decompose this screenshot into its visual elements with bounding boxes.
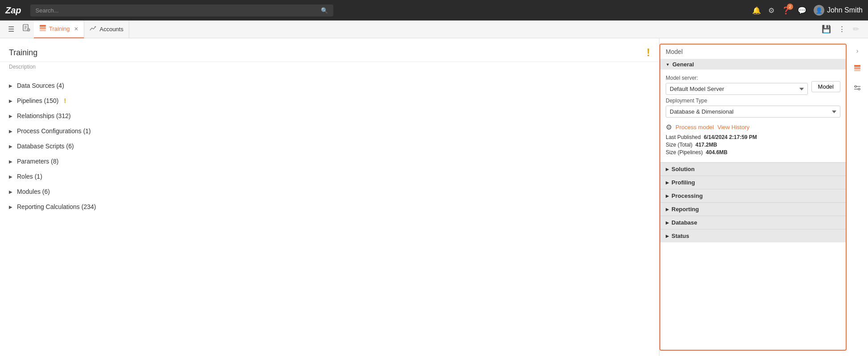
tree-item-process-configs[interactable]: ▶ Process Configurations (1)	[0, 123, 659, 139]
database-arrow: ▶	[666, 221, 669, 225]
user-menu[interactable]: 👤 John Smith	[814, 5, 863, 16]
tree-label-data-sources: Data Sources (4)	[17, 82, 64, 89]
reporting-section[interactable]: ▶ Reporting	[660, 202, 846, 216]
tree-arrow-pipelines: ▶	[9, 98, 13, 103]
svg-rect-9	[40, 29, 46, 31]
more-options-button[interactable]: ⋮	[836, 23, 848, 36]
tree-item-relationships[interactable]: ▶ Relationships (312)	[0, 108, 659, 123]
tree-arrow-modules: ▶	[9, 189, 13, 194]
new-file-icon[interactable]	[19, 24, 34, 34]
svg-rect-11	[854, 65, 860, 67]
deployment-type-label: Deployment Type	[666, 98, 840, 104]
profiling-section[interactable]: ▶ Profiling	[660, 176, 846, 189]
main-layout: Training ! Description ▶ Data Sources (4…	[0, 38, 868, 356]
profiling-label: Profiling	[671, 179, 695, 186]
tab-accounts-icon	[90, 25, 97, 33]
app-logo: Zap	[5, 5, 21, 16]
save-button[interactable]: 💾	[820, 23, 833, 36]
processing-section[interactable]: ▶ Processing	[660, 189, 846, 202]
filter-icon[interactable]	[851, 81, 864, 96]
search-input[interactable]	[36, 7, 317, 14]
svg-rect-13	[854, 70, 860, 71]
tree-item-roles[interactable]: ▶ Roles (1)	[0, 169, 659, 184]
process-model-gear-icon: ⚙	[666, 123, 672, 131]
model-server-label: Model server:	[666, 75, 808, 81]
layers-icon[interactable]	[851, 61, 864, 77]
svg-point-14	[855, 86, 856, 87]
tree-arrow-database-scripts: ▶	[9, 144, 13, 149]
process-model-row: ⚙ Process model View History	[666, 123, 840, 131]
svg-rect-7	[40, 25, 46, 27]
tree-item-modules[interactable]: ▶ Modules (6)	[0, 184, 659, 199]
navbar-icons: 🔔 ⚙ ❓ 2 💬 👤 John Smith	[752, 5, 863, 16]
tree-label-pipelines: Pipelines (150)	[17, 97, 58, 104]
settings-icon[interactable]: ⚙	[768, 6, 774, 15]
content-description: Description	[0, 62, 659, 74]
status-section[interactable]: ▶ Status	[660, 229, 846, 242]
search-icon: 🔍	[321, 7, 328, 14]
view-history-link[interactable]: View History	[717, 124, 749, 131]
help-icon[interactable]: ❓ 2	[782, 6, 790, 15]
user-name: John Smith	[827, 6, 863, 14]
hamburger-menu-icon[interactable]: ☰	[4, 25, 19, 33]
general-section-header[interactable]: ▼ General	[660, 59, 846, 70]
general-body: Model server: Default Model Server Model…	[660, 70, 846, 162]
tree-item-reporting-calculations[interactable]: ▶ Reporting Calculations (234)	[0, 199, 659, 214]
svg-rect-12	[854, 67, 860, 69]
tree-label-roles: Roles (1)	[17, 173, 42, 180]
size-pipelines-label: Size (Pipelines)	[666, 149, 703, 155]
tree-label-parameters: Parameters (8)	[17, 158, 58, 165]
reporting-label: Reporting	[671, 206, 699, 213]
deployment-type-select[interactable]: Database & Dimensional	[666, 106, 840, 118]
svg-rect-8	[40, 27, 46, 29]
tree-item-pipelines[interactable]: ▶ Pipelines (150) !	[0, 93, 659, 108]
tree-label-reporting-calculations: Reporting Calculations (234)	[17, 203, 96, 210]
tabbar-right-actions: 💾 ⋮ ✏	[816, 23, 864, 36]
model-button[interactable]: Model	[811, 81, 840, 92]
status-arrow: ▶	[666, 234, 669, 238]
tree-label-modules: Modules (6)	[17, 188, 50, 195]
profiling-arrow: ▶	[666, 180, 669, 185]
tree-label-database-scripts: Database Scripts (6)	[17, 143, 74, 150]
tree-list: ▶ Data Sources (4) ▶ Pipelines (150) ! ▶…	[0, 74, 659, 218]
avatar: 👤	[814, 5, 824, 16]
tab-training-close[interactable]: ✕	[74, 26, 78, 32]
size-total-value: 417.2MB	[696, 142, 717, 148]
tree-arrow-process-configs: ▶	[9, 129, 13, 134]
solution-label: Solution	[671, 166, 695, 172]
tree-item-data-sources[interactable]: ▶ Data Sources (4)	[0, 78, 659, 93]
tree-label-process-configs: Process Configurations (1)	[17, 127, 91, 135]
tree-arrow-reporting-calculations: ▶	[9, 205, 13, 209]
content-header: Training !	[0, 38, 659, 62]
size-pipelines-row: Size (Pipelines) 404.6MB	[666, 149, 840, 155]
tree-arrow-data-sources: ▶	[9, 83, 13, 88]
size-total-label: Size (Total)	[666, 142, 692, 148]
expand-right-icon[interactable]: ›	[854, 45, 861, 57]
reporting-arrow: ▶	[666, 207, 669, 212]
tree-label-relationships: Relationships (312)	[17, 112, 71, 119]
last-published-value: 6/14/2024 2:17:59 PM	[704, 134, 757, 140]
content-area: Training ! Description ▶ Data Sources (4…	[0, 38, 659, 356]
last-published-row: Last Published 6/14/2024 2:17:59 PM	[666, 134, 840, 140]
tree-arrow-relationships: ▶	[9, 114, 13, 119]
status-label: Status	[671, 233, 689, 239]
process-model-link[interactable]: Process model	[676, 124, 714, 131]
tab-training[interactable]: Training ✕	[34, 20, 84, 38]
right-panel-title: Model	[666, 48, 683, 55]
size-pipelines-value: 404.6MB	[706, 149, 728, 155]
edit-button: ✏	[851, 23, 861, 36]
notification-icon[interactable]: 🔔	[752, 6, 761, 15]
database-section[interactable]: ▶ Database	[660, 216, 846, 229]
help-badge: 2	[787, 4, 793, 10]
right-panel-header: Model	[660, 45, 846, 59]
right-panel: Model ▼ General Model server: Default Mo…	[659, 44, 847, 351]
solution-section[interactable]: ▶ Solution	[660, 162, 846, 176]
tab-accounts[interactable]: Accounts	[84, 20, 129, 38]
tree-item-parameters[interactable]: ▶ Parameters (8)	[0, 154, 659, 169]
tree-arrow-parameters: ▶	[9, 159, 13, 164]
tree-item-database-scripts[interactable]: ▶ Database Scripts (6)	[0, 139, 659, 154]
processing-arrow: ▶	[666, 194, 669, 198]
chat-icon[interactable]: 💬	[798, 6, 807, 15]
model-server-select[interactable]: Default Model Server	[666, 83, 808, 95]
deployment-type-field: Deployment Type Database & Dimensional	[666, 98, 840, 118]
